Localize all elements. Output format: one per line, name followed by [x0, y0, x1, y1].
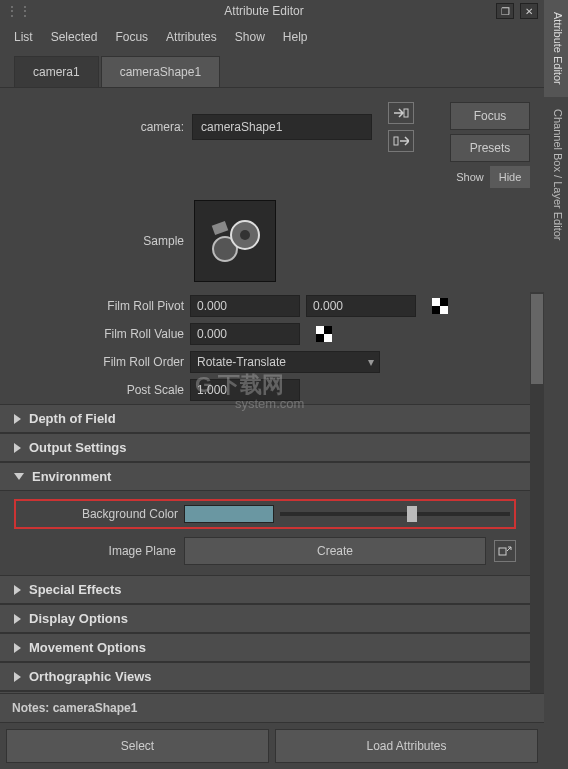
film-roll-value-map-button[interactable]	[316, 326, 332, 342]
svg-point-5	[240, 230, 250, 240]
section-display-options[interactable]: Display Options	[0, 604, 530, 633]
post-scale-label: Post Scale	[14, 383, 184, 397]
triangle-right-icon	[14, 585, 21, 595]
background-color-slider[interactable]	[280, 505, 510, 523]
menu-help[interactable]: Help	[283, 30, 308, 44]
focus-button[interactable]: Focus	[450, 102, 530, 130]
slider-track	[280, 512, 510, 516]
side-tab-channel-box[interactable]: Channel Box / Layer Editor	[544, 97, 568, 252]
section-orthographic-views[interactable]: Orthographic Views	[0, 662, 530, 691]
section-movement-options-label: Movement Options	[29, 640, 146, 655]
background-color-label: Background Color	[20, 507, 178, 521]
arrow-out-icon	[393, 135, 409, 147]
section-environment-label: Environment	[32, 469, 111, 484]
image-plane-popup-button[interactable]	[494, 540, 516, 562]
titlebar: ⋮⋮ Attribute Editor ❐ ✕	[0, 0, 544, 22]
section-movement-options[interactable]: Movement Options	[0, 633, 530, 662]
menu-show[interactable]: Show	[235, 30, 265, 44]
film-roll-order-dropdown[interactable]	[190, 351, 380, 373]
hide-button[interactable]: Hide	[490, 166, 530, 188]
film-roll-value-label: Film Roll Value	[14, 327, 184, 341]
node-tabs: camera1 cameraShape1	[0, 56, 544, 88]
menubar: List Selected Focus Attributes Show Help	[0, 22, 544, 56]
camera-name-input[interactable]	[192, 114, 372, 140]
nav-in-button[interactable]	[388, 102, 414, 124]
background-color-swatch[interactable]	[184, 505, 274, 523]
nav-out-button[interactable]	[388, 130, 414, 152]
film-roll-pivot-x-input[interactable]	[190, 295, 300, 317]
section-orthographic-views-label: Orthographic Views	[29, 669, 152, 684]
triangle-right-icon	[14, 443, 21, 453]
section-special-effects-label: Special Effects	[29, 582, 122, 597]
popup-arrow-icon	[498, 545, 512, 557]
film-roll-value-input[interactable]	[190, 323, 300, 345]
triangle-right-icon	[14, 643, 21, 653]
section-environment[interactable]: Environment	[0, 462, 530, 491]
section-special-effects[interactable]: Special Effects	[0, 575, 530, 604]
triangle-right-icon	[14, 672, 21, 682]
side-tab-attribute-editor[interactable]: Attribute Editor	[544, 0, 568, 97]
close-icon: ✕	[525, 6, 533, 17]
film-roll-pivot-y-input[interactable]	[306, 295, 416, 317]
section-output-settings-label: Output Settings	[29, 440, 127, 455]
drag-dots-icon: ⋮⋮	[6, 4, 32, 18]
menu-attributes[interactable]: Attributes	[166, 30, 217, 44]
triangle-down-icon	[14, 473, 24, 480]
side-tab-bar: Attribute Editor Channel Box / Layer Edi…	[544, 0, 568, 769]
svg-rect-6	[499, 548, 506, 555]
slider-thumb[interactable]	[407, 506, 417, 522]
section-display-options-label: Display Options	[29, 611, 128, 626]
menu-focus[interactable]: Focus	[115, 30, 148, 44]
sample-label: Sample	[14, 234, 184, 248]
film-roll-pivot-label: Film Roll Pivot	[14, 299, 184, 313]
svg-rect-1	[394, 137, 398, 145]
scrollbar-thumb[interactable]	[531, 294, 543, 384]
tab-cameraShape1[interactable]: cameraShape1	[101, 56, 220, 87]
environment-body: Background Color Image Plane Create	[0, 491, 530, 575]
menu-list[interactable]: List	[14, 30, 33, 44]
camera-sample-icon	[205, 211, 265, 271]
background-color-row: Background Color	[14, 499, 516, 529]
film-roll-pivot-map-button[interactable]	[432, 298, 448, 314]
triangle-right-icon	[14, 414, 21, 424]
arrow-in-icon	[393, 107, 409, 119]
create-image-plane-button[interactable]: Create	[184, 537, 486, 565]
camera-field-label: camera:	[14, 120, 184, 134]
presets-button[interactable]: Presets	[450, 134, 530, 162]
triangle-right-icon	[14, 614, 21, 624]
section-output-settings[interactable]: Output Settings	[0, 433, 530, 462]
svg-rect-0	[404, 109, 408, 117]
post-scale-input[interactable]	[190, 379, 300, 401]
load-attributes-button[interactable]: Load Attributes	[275, 729, 538, 763]
restore-icon: ❐	[501, 6, 510, 17]
select-button[interactable]: Select	[6, 729, 269, 763]
section-depth-of-field-label: Depth of Field	[29, 411, 116, 426]
scrollbar-vertical[interactable]	[530, 292, 544, 693]
svg-rect-4	[212, 221, 229, 235]
film-roll-order-label: Film Roll Order	[14, 355, 184, 369]
notes-header[interactable]: Notes: cameraShape1	[0, 693, 544, 723]
restore-button[interactable]: ❐	[496, 3, 514, 19]
close-button[interactable]: ✕	[520, 3, 538, 19]
section-depth-of-field[interactable]: Depth of Field	[0, 404, 530, 433]
image-plane-label: Image Plane	[14, 544, 176, 558]
show-button[interactable]: Show	[450, 166, 490, 188]
sample-swatch[interactable]	[194, 200, 276, 282]
tab-camera1[interactable]: camera1	[14, 56, 99, 87]
menu-selected[interactable]: Selected	[51, 30, 98, 44]
window-title: Attribute Editor	[38, 4, 490, 18]
